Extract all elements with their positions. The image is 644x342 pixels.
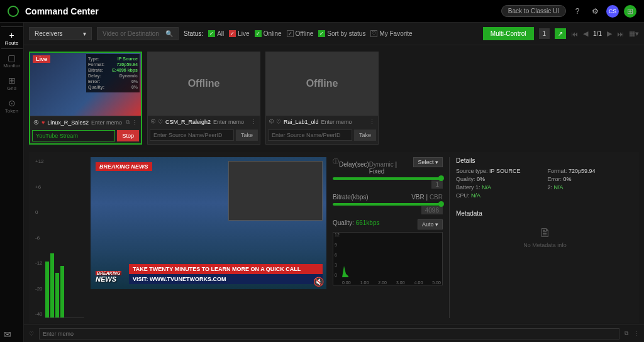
footer-memo-input[interactable]: [39, 328, 619, 339]
receiver-card[interactable]: Offline ⦾ ♡ CSM_R_Raleigh2 Enter memo ⋮ …: [147, 52, 260, 145]
plus-icon: +: [9, 30, 14, 40]
left-sidebar: +Route ▢Monitor ⊞Grid ⊙Token: [0, 23, 24, 342]
memo-input[interactable]: Enter memo: [213, 119, 244, 125]
quality-value: 661kbps: [356, 219, 380, 226]
stream-controls: ⓘ Select ▾ Delay(sec)Dynamic | Fixed 1 B…: [333, 157, 443, 318]
checkbox-icon: ✓: [208, 30, 215, 37]
prev-page-icon[interactable]: ◀: [583, 30, 588, 38]
source-input[interactable]: Enter Source Name/PeerID: [150, 130, 234, 141]
source-input[interactable]: YouTube Stream: [32, 130, 115, 141]
receiver-card[interactable]: Offline ⦾ ♡ Rai_Lab1_old Enter memo ⋮ En…: [265, 52, 379, 145]
share-icon[interactable]: ↗: [555, 28, 566, 39]
info-icon[interactable]: ⓘ: [333, 157, 339, 166]
select-dropdown[interactable]: Select ▾: [413, 157, 443, 167]
thumbnail: Offline: [266, 52, 378, 115]
lower-third-line1: TAKE TWENTY MINUTES TO LEARN MORE ON A Q…: [129, 264, 323, 274]
delay-value[interactable]: 1: [431, 180, 443, 189]
sidebar-item-grid[interactable]: ⊞Grid: [1, 72, 23, 94]
more-icon[interactable]: ⋮: [132, 119, 138, 126]
status-label: Status:: [184, 30, 203, 37]
memo-input[interactable]: Enter memo: [321, 119, 352, 125]
brand-logo-icon: [8, 6, 19, 17]
view-mode-icon[interactable]: ▦▾: [629, 30, 639, 38]
receiver-card[interactable]: Live Type:IP Source Format:720p59.94 Bit…: [29, 52, 142, 145]
receiver-name: Linux_R_Sales2: [47, 119, 89, 126]
search-icon: 🔍: [165, 30, 173, 37]
thumbnail: Live Type:IP Source Format:720p59.94 Bit…: [30, 53, 141, 116]
details-panel: Details Source type: IP SOURCE Format: 7…: [449, 157, 634, 318]
apps-grid-icon[interactable]: ⊞: [624, 5, 636, 18]
help-icon[interactable]: ?: [571, 5, 584, 18]
chevron-down-icon: ▾: [83, 30, 86, 37]
count-badge: 1: [539, 28, 550, 39]
next-page-icon[interactable]: ▶: [607, 30, 612, 38]
filter-sort[interactable]: ✓Sort by status: [318, 30, 365, 37]
auto-dropdown[interactable]: Auto ▾: [418, 219, 443, 229]
quality-label: Quality:: [333, 219, 354, 226]
app-title: Command Center: [25, 6, 497, 16]
detail-panel: +12 +6 0 -6 -12 -20 -40 BREAKING NEWS BR…: [29, 152, 639, 323]
search-input[interactable]: Video or Destination🔍: [97, 27, 179, 40]
back-classic-button[interactable]: Back to Classic UI: [501, 5, 566, 17]
speaker-icon[interactable]: 🔇: [313, 277, 324, 287]
audio-meter: +12 +6 0 -6 -12 -20 -40: [34, 157, 84, 318]
sidebar-item-monitor[interactable]: ▢Monitor: [1, 49, 23, 72]
multi-control-button[interactable]: Multi-Control: [483, 27, 534, 40]
checkbox-icon: ✓: [255, 30, 262, 37]
footer-heart-icon[interactable]: ♡: [29, 331, 34, 337]
heart-icon[interactable]: ♡: [158, 119, 163, 125]
receivers-dropdown[interactable]: Receivers▾: [29, 27, 92, 40]
power-icon: ⦾: [269, 118, 274, 125]
token-icon: ⊙: [8, 98, 16, 108]
bitrate-slider[interactable]: [333, 203, 443, 206]
stats-overlay: Type:IP Source Format:720p59.94 Bitrate:…: [86, 54, 140, 92]
toolbar: Receivers▾ Video or Destination🔍 Status:…: [24, 23, 644, 45]
quality-chart: 129630 0.001.002.003.004.005.00: [333, 232, 443, 285]
stop-button[interactable]: Stop: [117, 130, 139, 141]
take-button[interactable]: Take: [354, 130, 376, 141]
last-page-icon[interactable]: ⏭: [617, 30, 624, 38]
thumbnail: Offline: [148, 52, 260, 115]
source-input[interactable]: Enter Source Name/PeerID: [268, 130, 352, 141]
heart-icon[interactable]: ♡: [276, 119, 281, 125]
power-icon: ⦾: [151, 118, 155, 125]
footer-popup-icon[interactable]: ⧉: [625, 330, 628, 337]
details-heading: Details: [456, 157, 634, 164]
checkbox-icon: ✓: [229, 30, 236, 37]
live-badge: Live: [33, 55, 50, 63]
footer-more-icon[interactable]: ⋮: [633, 331, 639, 337]
news-logo: BREAKINGNEWS: [96, 271, 121, 283]
heart-icon[interactable]: ♥: [42, 119, 45, 126]
power-icon: ⦿: [33, 119, 39, 126]
settings-gear-icon[interactable]: ⚙: [589, 5, 601, 18]
filter-live[interactable]: ✓Live: [229, 30, 249, 37]
no-metadata: 🗎 No Metadata info: [456, 226, 634, 248]
more-icon[interactable]: ⋮: [369, 119, 375, 125]
filter-all[interactable]: ✓All: [208, 30, 224, 37]
user-avatar[interactable]: CS: [606, 5, 619, 18]
footer: ♡ ⧉ ⋮: [24, 324, 644, 342]
sidebar-item-route[interactable]: +Route: [1, 26, 23, 49]
metadata-heading: Metadata: [456, 210, 634, 217]
filter-offline[interactable]: ✓Offline: [287, 30, 314, 37]
receiver-name: Rai_Lab1_old: [284, 119, 319, 125]
first-page-icon[interactable]: ⏮: [571, 30, 578, 38]
bitrate-value[interactable]: 4096: [421, 206, 443, 214]
receiver-name: CSM_R_Raleigh2: [165, 119, 211, 125]
filter-favorite[interactable]: ♡My Favorite: [370, 30, 412, 37]
filter-online[interactable]: ✓Online: [255, 30, 282, 37]
memo-input[interactable]: Enter memo: [91, 119, 122, 126]
checkbox-icon: ✓: [318, 30, 325, 37]
mail-icon[interactable]: ✉: [4, 329, 11, 339]
picture-in-picture: [228, 161, 323, 221]
popup-icon[interactable]: ⧉: [126, 119, 130, 126]
more-icon[interactable]: ⋮: [251, 119, 257, 125]
document-icon: 🗎: [456, 226, 634, 240]
app-header: Command Center Back to Classic UI ? ⚙ CS…: [0, 0, 644, 23]
take-button[interactable]: Take: [236, 130, 258, 141]
bitrate-label: Bitrate(kbps): [333, 194, 369, 201]
page-indicator: 1/1: [593, 30, 602, 37]
delay-slider[interactable]: [333, 177, 443, 180]
sidebar-item-token[interactable]: ⊙Token: [1, 94, 23, 117]
receiver-cards: Live Type:IP Source Format:720p59.94 Bit…: [24, 45, 644, 151]
